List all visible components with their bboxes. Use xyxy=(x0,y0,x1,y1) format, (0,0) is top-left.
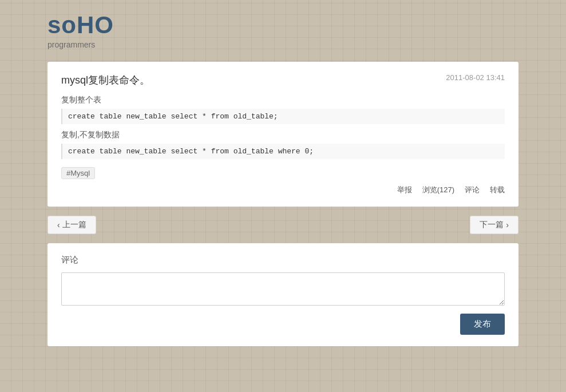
section2-label: 复制,不复制数据 xyxy=(61,130,505,140)
prev-chevron-icon: ‹ xyxy=(57,220,60,229)
views-link[interactable]: 浏览(127) xyxy=(422,185,454,195)
post-title: mysql复制表命令。 xyxy=(61,73,150,87)
comments-link[interactable]: 评论 xyxy=(465,185,480,195)
content-wrapper: mysql复制表命令。 2011-08-02 13:41 复制整个表 creat… xyxy=(48,62,518,346)
tag-mysql[interactable]: #Mysql xyxy=(61,167,95,179)
code-block-1: create table new_table select * from old… xyxy=(61,109,505,124)
post-date: 2011-08-02 13:41 xyxy=(446,73,505,82)
repost-link[interactable]: 转载 xyxy=(490,185,505,195)
nav-buttons: ‹ 上一篇 下一篇 › xyxy=(48,216,518,234)
next-chevron-icon: › xyxy=(506,220,509,229)
site-subtitle: programmers xyxy=(48,40,518,49)
post-header: mysql复制表命令。 2011-08-02 13:41 xyxy=(61,73,505,87)
code-block-2: create table new_table select * from old… xyxy=(61,144,505,159)
header: soHO programmers xyxy=(0,0,566,62)
prev-label: 上一篇 xyxy=(62,220,86,230)
post-card: mysql复制表命令。 2011-08-02 13:41 复制整个表 creat… xyxy=(48,62,518,207)
section1-label: 复制整个表 xyxy=(61,95,505,105)
tag-area: #Mysql xyxy=(61,167,505,179)
report-link[interactable]: 举报 xyxy=(397,185,412,195)
comment-label: 评论 xyxy=(61,255,505,266)
site-title: soHO xyxy=(48,11,518,39)
comment-section: 评论 发布 xyxy=(48,243,518,346)
submit-row: 发布 xyxy=(61,314,505,335)
next-label: 下一篇 xyxy=(480,220,504,230)
next-button[interactable]: 下一篇 › xyxy=(470,216,518,234)
prev-button[interactable]: ‹ 上一篇 xyxy=(48,216,96,234)
post-actions: 举报 浏览(127) 评论 转载 xyxy=(61,185,505,195)
submit-button[interactable]: 发布 xyxy=(460,314,505,335)
comment-input[interactable] xyxy=(61,272,505,306)
